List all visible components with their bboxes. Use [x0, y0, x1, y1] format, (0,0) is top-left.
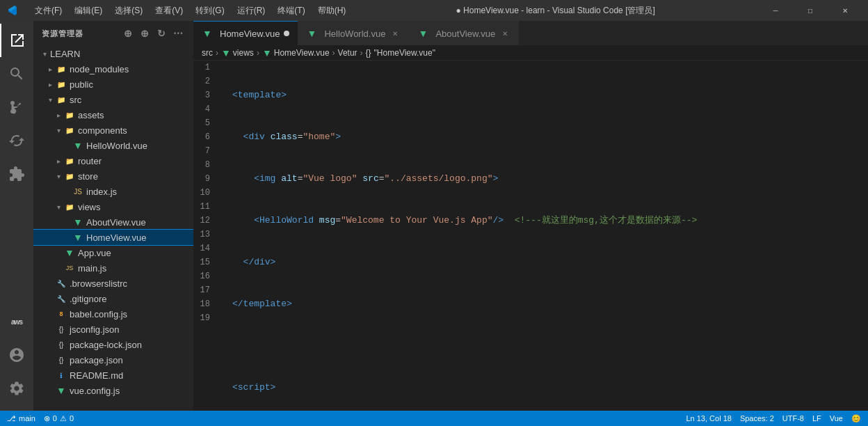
- cursor-position: Ln 13, Col 18: [686, 414, 731, 423]
- sidebar-item-homeview-vue[interactable]: ▼ HomeView.vue: [33, 230, 193, 245]
- warning-count: 0: [70, 414, 74, 423]
- status-language[interactable]: Vue: [830, 414, 843, 423]
- sidebar-item-index-js[interactable]: JS index.js: [33, 184, 193, 199]
- router-label: router: [78, 156, 102, 166]
- sidebar-item-readme[interactable]: ℹ README.md: [33, 368, 193, 383]
- menu-select[interactable]: 选择(S): [109, 3, 148, 18]
- tab-vue-icon: ▼: [417, 28, 428, 39]
- breadcrumb-homeview[interactable]: ▼ HomeView.vue: [262, 47, 330, 58]
- learn-chevron: [39, 48, 50, 59]
- tab-close-helloworld[interactable]: ✕: [389, 28, 401, 39]
- sidebar-item-components[interactable]: 📁 components: [33, 123, 193, 138]
- sidebar-item-app-vue[interactable]: ▼ App.vue: [33, 245, 193, 260]
- sidebar-item-src[interactable]: 📁 src: [33, 92, 193, 107]
- code-line-2: <div class="home">: [232, 130, 868, 144]
- tab-close-aboutview[interactable]: ✕: [499, 28, 511, 39]
- close-button[interactable]: ✕: [829, 0, 861, 21]
- status-eol[interactable]: LF: [812, 414, 821, 423]
- vue-icon: ▼: [56, 385, 67, 396]
- helloworld-label: HelloWorld.vue: [86, 141, 147, 151]
- components-chevron: [53, 125, 64, 136]
- language-label: Vue: [830, 414, 843, 423]
- menu-bar[interactable]: 文件(F) 编辑(E) 选择(S) 查看(V) 转到(G) 运行(R) 终端(T…: [29, 3, 351, 18]
- menu-view[interactable]: 查看(V): [150, 3, 188, 18]
- sidebar-item-store[interactable]: 📁 store: [33, 168, 193, 184]
- vue-icon: ▼: [72, 216, 83, 228]
- breadcrumb-vetur[interactable]: Vetur: [338, 48, 357, 58]
- code-editor[interactable]: 1 2 3 4 5 6 7 8 9 10 11 12 13 14 15 16 1…: [193, 61, 868, 411]
- json-icon: {}: [56, 324, 67, 335]
- folder-icon: 📁: [64, 125, 75, 136]
- menu-edit[interactable]: 编辑(E): [69, 3, 108, 18]
- folder-icon: 📁: [64, 201, 75, 212]
- status-spaces[interactable]: Spaces: 2: [740, 414, 774, 423]
- sidebar-item-views[interactable]: 📁 views: [33, 199, 193, 214]
- tab-homeview[interactable]: ▼ HomeView.vue: [193, 21, 298, 45]
- menu-file[interactable]: 文件(F): [29, 3, 67, 18]
- activity-search[interactable]: [0, 57, 33, 90]
- sidebar-item-main-js[interactable]: JS main.js: [33, 260, 193, 276]
- sidebar-item-router[interactable]: 📁 router: [33, 153, 193, 168]
- title-bar: 文件(F) 编辑(E) 选择(S) 查看(V) 转到(G) 运行(R) 终端(T…: [0, 0, 868, 21]
- code-line-8: <script>: [232, 381, 868, 395]
- tab-aboutview-label: AboutView.vue: [435, 29, 495, 39]
- activity-source-control[interactable]: [0, 90, 33, 124]
- menu-terminal[interactable]: 终端(T): [272, 3, 310, 18]
- sidebar-item-jsconfig[interactable]: {} jsconfig.json: [33, 322, 193, 337]
- babelconfig-chevron: [45, 308, 56, 320]
- status-branch[interactable]: ⎇ main: [7, 414, 35, 423]
- sidebar-item-helloworld-vue[interactable]: ▼ HelloWorld.vue: [33, 138, 193, 153]
- views-label: views: [78, 202, 101, 212]
- menu-help[interactable]: 帮助(H): [312, 3, 352, 18]
- learn-label: LEARN: [50, 49, 80, 59]
- sidebar-item-package-json[interactable]: {} package.json: [33, 352, 193, 368]
- status-errors[interactable]: ⊗ 0 ⚠ 0: [44, 414, 74, 423]
- breadcrumb-views[interactable]: ▼ views: [221, 47, 254, 58]
- activity-extensions[interactable]: [0, 157, 33, 191]
- mainjs-chevron: [53, 262, 64, 274]
- ln-18: 18: [193, 297, 218, 311]
- activity-settings[interactable]: [0, 372, 33, 405]
- sidebar-item-learn[interactable]: LEARN: [33, 46, 193, 61]
- sidebar-header-icons[interactable]: ⊕ ⊕ ↻ ⋯: [121, 26, 185, 40]
- status-cursor[interactable]: Ln 13, Col 18: [686, 414, 731, 423]
- activity-bar: aws: [0, 21, 33, 411]
- refresh-explorer-button[interactable]: ↻: [154, 26, 168, 40]
- minimize-button[interactable]: ─: [760, 0, 791, 21]
- encoding-label: UTF-8: [782, 414, 804, 423]
- tab-aboutview[interactable]: ▼ AboutView.vue ✕: [409, 21, 519, 45]
- sidebar-item-public[interactable]: 📁 public: [33, 77, 193, 92]
- new-folder-button[interactable]: ⊕: [138, 26, 152, 40]
- sidebar-item-package-lock[interactable]: {} package-lock.json: [33, 337, 193, 352]
- tab-helloworld[interactable]: ▼ HelloWorld.vue ✕: [298, 21, 409, 45]
- ln-1: 1: [193, 61, 218, 74]
- maximize-button[interactable]: □: [794, 0, 826, 21]
- code-content[interactable]: <template> <div class="home"> <img alt="…: [227, 61, 868, 411]
- sidebar-item-gitignore[interactable]: 🔧 .gitignore: [33, 291, 193, 306]
- sidebar-item-babel-config[interactable]: 8 babel.config.js: [33, 306, 193, 322]
- tab-bar: ▼ HomeView.vue ▼ HelloWorld.vue ✕ ▼ Abou…: [193, 21, 868, 45]
- activity-debug[interactable]: [0, 124, 33, 157]
- indexjs-chevron: [61, 186, 72, 197]
- activity-explorer[interactable]: [0, 24, 33, 57]
- sidebar-item-browserslistrc[interactable]: 🔧 .browserslistrc: [33, 276, 193, 291]
- sidebar-item-aboutview-vue[interactable]: ▼ AboutView.vue: [33, 214, 193, 230]
- window-controls[interactable]: ─ □ ✕: [760, 0, 861, 21]
- activity-aws[interactable]: aws: [0, 305, 33, 338]
- collapse-all-button[interactable]: ⋯: [171, 26, 185, 40]
- menu-goto[interactable]: 转到(G): [190, 3, 230, 18]
- menu-run[interactable]: 运行(R): [232, 3, 271, 18]
- sidebar-item-node-modules[interactable]: 📁 node_modules: [33, 61, 193, 77]
- file-tree: LEARN 📁 node_modules 📁 public 📁 src: [33, 46, 193, 411]
- breadcrumb-src[interactable]: src: [202, 48, 213, 58]
- assets-chevron: [53, 109, 64, 120]
- new-file-button[interactable]: ⊕: [121, 26, 135, 40]
- tab-vue-icon: ▼: [306, 28, 317, 39]
- status-feedback[interactable]: 😊: [851, 414, 861, 423]
- sidebar-item-vue-config[interactable]: ▼ vue.config.js: [33, 383, 193, 398]
- sidebar-item-assets[interactable]: 📁 assets: [33, 107, 193, 123]
- spaces-label: Spaces: 2: [740, 414, 774, 423]
- activity-account[interactable]: [0, 338, 33, 372]
- status-encoding[interactable]: UTF-8: [782, 414, 804, 423]
- mainjs-label: main.js: [78, 263, 106, 274]
